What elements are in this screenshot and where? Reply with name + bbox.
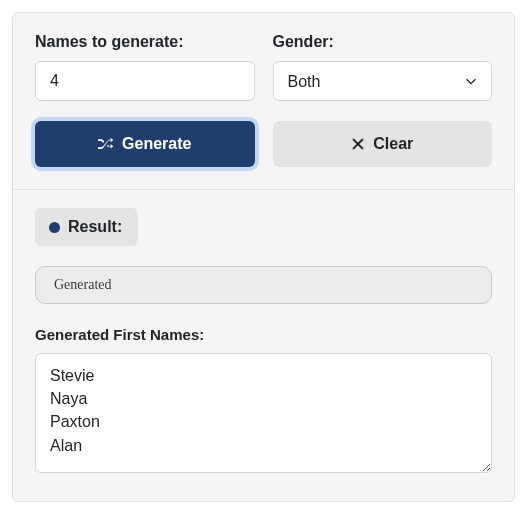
generate-label: Generate — [122, 135, 191, 153]
status-pill: Generated — [35, 266, 492, 304]
gender-select[interactable]: Both — [273, 61, 493, 101]
clear-label: Clear — [373, 135, 413, 153]
close-icon — [351, 137, 365, 151]
clear-button[interactable]: Clear — [273, 121, 493, 167]
result-chip: Result: — [35, 208, 138, 246]
output-textarea[interactable] — [35, 353, 492, 473]
gender-field: Gender: Both — [273, 33, 493, 101]
gender-label: Gender: — [273, 33, 493, 51]
result-section: Result: Generated Generated First Names: — [13, 190, 514, 501]
generator-card: Names to generate: Gender: Both — [12, 12, 515, 502]
form-section: Names to generate: Gender: Both — [13, 13, 514, 189]
result-chip-label: Result: — [68, 218, 122, 236]
dot-icon — [49, 222, 60, 233]
names-input[interactable] — [35, 61, 255, 101]
shuffle-icon — [98, 136, 114, 152]
generate-button[interactable]: Generate — [35, 121, 255, 167]
names-label: Names to generate: — [35, 33, 255, 51]
output-label: Generated First Names: — [35, 326, 492, 343]
names-field: Names to generate: — [35, 33, 255, 101]
